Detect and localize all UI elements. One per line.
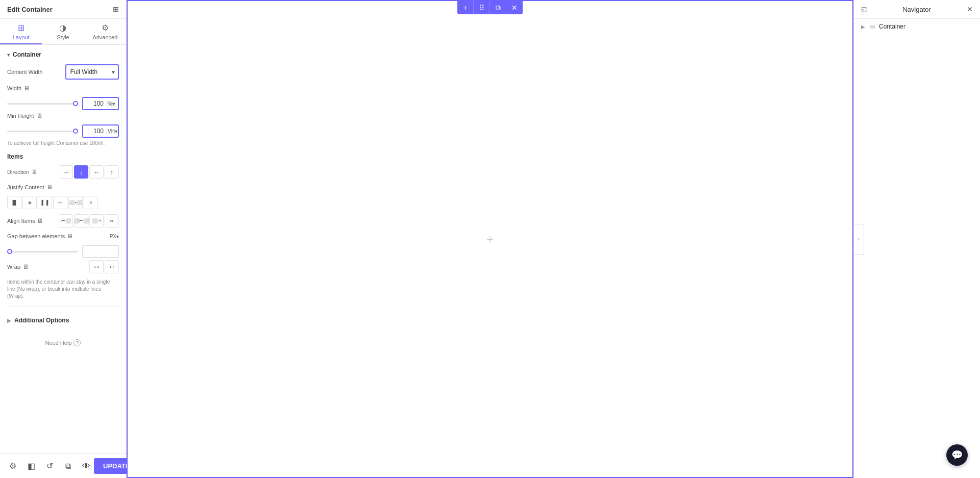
layout-tab-icon: ⊞ — [18, 23, 24, 33]
direction-label: Direction 🖥 — [7, 168, 55, 175]
direction-column-reverse-btn[interactable]: ↑ — [105, 165, 119, 179]
container-chevron-icon: ▾ — [7, 52, 10, 58]
bottom-tools: ⚙ ◧ ↺ ⧉ 👁 — [5, 459, 94, 474]
direction-btn-group: → ↓ ← ↑ — [59, 165, 119, 179]
justify-around-btn[interactable]: ⬜▪⬜ — [68, 196, 83, 209]
gap-input-group: PX▾ — [110, 234, 119, 239]
wrap-nowrap-btn[interactable]: ↦ — [89, 260, 104, 273]
settings-icon[interactable]: ⚙ — [5, 459, 20, 474]
style-tab-icon: ◑ — [59, 23, 66, 33]
history-icon[interactable]: ↺ — [42, 459, 57, 474]
justify-center-btn[interactable]: ◈ — [22, 196, 37, 209]
container-drag-btn[interactable]: ⠿ — [474, 1, 490, 14]
need-help-text: Need Help — [45, 340, 72, 346]
align-center-btn[interactable]: ⬜⊢⬜ — [74, 214, 88, 228]
navigator-collapse-icon[interactable]: ◱ — [861, 6, 867, 13]
align-end-btn[interactable]: ⬜⊣ — [89, 214, 104, 228]
justify-content-label: Justify Content 🖥 — [7, 184, 119, 191]
gap-label: Gap between elements 🖥 — [7, 233, 106, 240]
navigator-close-btn[interactable]: ✕ — [967, 5, 973, 13]
preview-icon[interactable]: 👁 — [79, 459, 94, 474]
gap-unit-label: PX▾ — [110, 234, 119, 239]
wrap-row: Wrap 🖥 ↦ ↩ — [7, 260, 119, 273]
container-add-btn[interactable]: + — [457, 1, 474, 14]
style-tab-label: Style — [57, 34, 69, 40]
gap-input-wrapper — [82, 245, 119, 258]
responsive-icon[interactable]: ⧉ — [60, 459, 76, 474]
align-start-btn[interactable]: ⊢⬜ — [59, 214, 73, 228]
width-input[interactable] — [83, 98, 106, 109]
min-height-slider[interactable] — [7, 131, 78, 132]
width-row: Width 🖥 — [7, 85, 119, 92]
tab-advanced[interactable]: ⚙ Advanced — [84, 19, 126, 44]
justify-start-btn[interactable]: ▐▌ — [7, 196, 21, 209]
items-section-label: Items — [7, 153, 119, 160]
tabs-row: ⊞ Layout ◑ Style ⚙ Advanced — [0, 19, 126, 45]
nav-item-container-label: Container — [879, 23, 905, 30]
canvas-area: + ⠿ ⧉ ✕ + ‹ — [127, 0, 853, 478]
nav-item-chevron-icon: ▶ — [861, 24, 865, 30]
tab-layout[interactable]: ⊞ Layout — [0, 19, 42, 44]
align-items-row: Align Items 🖥 ⊢⬜ ⬜⊢⬜ ⬜⊣ ⇔ — [7, 214, 119, 228]
left-panel: Edit Container ⊞ ⊞ Layout ◑ Style ⚙ Adva… — [0, 0, 127, 478]
layers-icon[interactable]: ◧ — [23, 459, 39, 474]
container-copy-btn[interactable]: ⧉ — [490, 1, 506, 14]
additional-chevron-icon: ▶ — [7, 318, 11, 323]
wrap-hint: Items within the container can stay in a… — [7, 279, 119, 300]
additional-options-label: Additional Options — [14, 317, 69, 324]
wrap-monitor-icon: 🖥 — [22, 263, 29, 270]
direction-column-btn[interactable]: ↓ — [74, 165, 88, 179]
min-height-hint: To achieve full height Container use 100… — [7, 140, 119, 147]
advanced-tab-label: Advanced — [92, 34, 117, 40]
justify-content-row: Justify Content 🖥 — [7, 184, 119, 191]
align-items-label: Align Items 🖥 — [7, 217, 55, 224]
gap-input[interactable] — [83, 246, 106, 257]
align-stretch-btn[interactable]: ⇔ — [105, 214, 119, 228]
gap-slider-row — [7, 245, 119, 258]
update-label: UPDATE — [103, 462, 130, 470]
collapse-panel-btn[interactable]: ‹ — [854, 224, 864, 255]
min-height-slider-row: VH▾ — [7, 124, 119, 138]
direction-row-btn[interactable]: → — [59, 165, 73, 179]
justify-between-btn[interactable]: ⇿ — [53, 196, 67, 209]
gap-monitor-icon: 🖥 — [67, 233, 73, 240]
width-slider[interactable] — [7, 103, 78, 105]
need-help[interactable]: Need Help ? — [7, 329, 119, 357]
canvas-add-element-btn[interactable]: + — [486, 232, 494, 246]
section-divider — [7, 306, 119, 307]
min-height-unit[interactable]: VH▾ — [106, 129, 119, 134]
wrap-label: Wrap 🖥 — [7, 263, 85, 270]
panel-header-icons: ⊞ — [113, 5, 119, 13]
wrap-wrap-btn[interactable]: ↩ — [105, 260, 119, 273]
width-input-group: %▾ — [82, 97, 119, 110]
wrap-btn-group: ↦ ↩ — [89, 260, 119, 273]
justify-end-btn[interactable]: ▌▐ — [38, 196, 52, 209]
min-height-row: Min Height 🖥 — [7, 112, 119, 119]
tab-style[interactable]: ◑ Style — [42, 19, 84, 44]
canvas-container: + ⠿ ⧉ ✕ + — [127, 0, 853, 478]
direction-row: Direction 🖥 → ↓ ← ↑ — [7, 165, 119, 179]
panel-header: Edit Container ⊞ — [0, 0, 126, 19]
additional-options-row[interactable]: ▶ Additional Options — [7, 312, 119, 329]
min-height-monitor-icon: 🖥 — [36, 112, 42, 119]
container-delete-btn[interactable]: ✕ — [506, 1, 523, 14]
navigator-container-item[interactable]: ▶ ▭ Container — [854, 19, 980, 34]
container-section-header[interactable]: ▾ Container — [7, 51, 119, 58]
container-section-label: Container — [13, 51, 41, 58]
width-label: Width 🖥 — [7, 85, 119, 92]
grid-icon[interactable]: ⊞ — [113, 5, 119, 13]
chat-fab-button[interactable]: 💬 — [946, 444, 968, 466]
width-unit[interactable]: %▾ — [106, 101, 117, 107]
width-monitor-icon: 🖥 — [23, 85, 30, 92]
content-width-select-wrapper: Full Width Boxed ▼ — [65, 64, 119, 80]
min-height-input-group: VH▾ — [82, 124, 119, 138]
direction-row-reverse-btn[interactable]: ← — [89, 165, 104, 179]
justify-monitor-icon: 🖥 — [46, 184, 53, 191]
advanced-tab-icon: ⚙ — [102, 23, 109, 33]
min-height-input[interactable] — [83, 125, 106, 137]
content-width-select[interactable]: Full Width Boxed — [65, 64, 119, 80]
content-width-row: Content Width Full Width Boxed ▼ — [7, 64, 119, 80]
bottom-toolbar: ⚙ ◧ ↺ ⧉ 👁 UPDATE ▲ — [0, 454, 126, 478]
gap-slider[interactable] — [7, 251, 78, 253]
justify-evenly-btn[interactable]: ≡ — [84, 196, 98, 209]
